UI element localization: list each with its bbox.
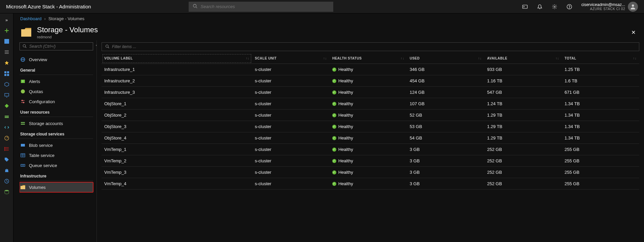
help-icon[interactable] [563, 0, 576, 13]
breadcrumb-root[interactable]: Dashboard [20, 16, 42, 21]
breadcrumb-current: Storage - Volumes [48, 16, 84, 21]
rail-all-resources-icon[interactable] [0, 47, 13, 57]
search-icon [23, 44, 27, 49]
nav-item-configuration[interactable]: Configuration [20, 96, 93, 107]
cell-available: 252 GB [484, 178, 562, 190]
rail-favorites-icon[interactable] [0, 58, 13, 68]
storage-icon [20, 121, 26, 126]
rail-monitor-icon[interactable] [0, 90, 13, 100]
cell-health: ✓Healthy [330, 132, 407, 144]
nav-search-input[interactable] [29, 44, 90, 49]
cell-scale: s-cluster [252, 64, 330, 75]
quotas-icon [20, 89, 26, 94]
cell-used: 52 GB [407, 110, 484, 121]
nav-item-quotas[interactable]: Quotas [20, 86, 93, 96]
table-row[interactable]: VmTemp_2s-cluster✓Healthy3 GB252 GB255 G… [102, 155, 639, 167]
rail-resource-groups-icon[interactable] [0, 69, 13, 79]
cell-available: 1.29 TB [484, 121, 562, 132]
svg-rect-16 [7, 71, 9, 73]
nav-item-label: Table service [29, 153, 54, 158]
notifications-icon[interactable] [533, 0, 546, 13]
nav-overview[interactable]: Overview [20, 54, 93, 65]
nav-item-alerts[interactable]: !Alerts [20, 76, 93, 86]
table-panel: VOLUME LABEL↑↓SCALE UNIT↑↓HEALTH STATUS↑… [97, 40, 644, 242]
cell-health: ✓Healthy [330, 155, 407, 167]
global-search-input[interactable] [201, 4, 329, 9]
sort-icon: ↑↓ [323, 56, 327, 60]
col-scale[interactable]: SCALE UNIT↑↓ [252, 53, 330, 64]
svg-point-32 [4, 150, 5, 151]
close-button[interactable]: ✕ [629, 28, 637, 36]
rail-network-icon[interactable] [0, 101, 13, 111]
table-icon [20, 153, 26, 158]
table-row[interactable]: Infrastructure_3s-cluster✓Healthy124 GB5… [102, 87, 639, 98]
nav-item-label: Configuration [29, 99, 55, 104]
rail-dashboard-icon[interactable] [0, 36, 13, 46]
table-row[interactable]: Infrastructure_2s-cluster✓Healthy454 GB1… [102, 75, 639, 87]
table-row[interactable]: VmTemp_3s-cluster✓Healthy3 GB252 GB255 G… [102, 167, 639, 178]
breadcrumb-chevron-icon: › [44, 16, 46, 21]
table-row[interactable]: ObjStore_2s-cluster✓Healthy52 GB1.29 TB1… [102, 110, 639, 121]
col-health[interactable]: HEALTH STATUS↑↓ [330, 53, 407, 64]
blade-nav: « Overview General!AlertsQuotasConfigura… [20, 40, 97, 242]
collapse-nav-icon[interactable]: « [96, 43, 97, 47]
svg-marker-14 [5, 61, 9, 65]
cell-used: 3 GB [407, 144, 484, 155]
nav-item-queue-service[interactable]: Queue service [20, 160, 93, 170]
cell-scale: s-cluster [252, 121, 330, 132]
col-used[interactable]: USED↑↓ [407, 53, 484, 64]
svg-rect-20 [5, 93, 9, 96]
cell-scale: s-cluster [252, 167, 330, 178]
health-ok-icon: ✓ [332, 125, 336, 129]
cell-total: 1.6 TB [562, 75, 639, 87]
cell-available: 1.29 TB [484, 132, 562, 144]
user-menu[interactable]: ciserviceadmin@msaz... AZURE STACK CI 02 [577, 2, 641, 12]
settings-icon[interactable] [548, 0, 561, 13]
search-icon [193, 4, 197, 9]
queue-icon [20, 163, 26, 168]
nav-item-label: Volumes [29, 185, 46, 190]
svg-rect-23 [5, 116, 9, 117]
rail-box-icon[interactable] [0, 79, 13, 89]
nav-item-table-service[interactable]: Table service [20, 150, 93, 160]
table-row[interactable]: ObjStore_1s-cluster✓Healthy107 GB1.24 TB… [102, 98, 639, 110]
svg-rect-53 [21, 144, 25, 147]
col-label[interactable]: VOLUME LABEL↑↓ [102, 53, 252, 64]
rail-expand-icon[interactable]: » [0, 15, 13, 25]
rail-code-icon[interactable] [0, 122, 13, 132]
table-row[interactable]: VmTemp_1s-cluster✓Healthy3 GB252 GB255 G… [102, 144, 639, 155]
cell-available: 252 GB [484, 144, 562, 155]
rail-db-icon[interactable] [0, 187, 13, 197]
table-row[interactable]: Infrastructure_1s-cluster✓Healthy346 GB9… [102, 64, 639, 75]
rail-create-icon[interactable] [0, 26, 13, 36]
global-search[interactable] [189, 2, 333, 12]
cell-total: 671 GB [562, 87, 639, 98]
table-row[interactable]: ObjStore_4s-cluster✓Healthy54 GB1.29 TB1… [102, 132, 639, 144]
nav-item-storage-accounts[interactable]: Storage accounts [20, 118, 93, 128]
col-total[interactable]: TOTAL↑↓ [562, 53, 639, 64]
col-header-label: TOTAL [565, 56, 576, 60]
nav-item-blob-service[interactable]: Blob service [20, 140, 93, 150]
cloud-shell-icon[interactable] [518, 0, 532, 13]
rail-clock-icon[interactable] [0, 176, 13, 186]
rail-shopping-icon[interactable] [0, 165, 13, 175]
volumes-table: VOLUME LABEL↑↓SCALE UNIT↑↓HEALTH STATUS↑… [102, 53, 639, 190]
nav-item-volumes[interactable]: Volumes [20, 182, 93, 192]
table-row[interactable]: ObjStore_3s-cluster✓Healthy53 GB1.29 TB1… [102, 121, 639, 132]
col-avail[interactable]: AVAILABLE↑↓ [484, 53, 562, 64]
health-ok-icon: ✓ [332, 170, 336, 174]
filter-box[interactable] [102, 42, 639, 51]
table-row[interactable]: VmTemp_4s-cluster✓Healthy3 GB252 GB255 G… [102, 178, 639, 190]
rail-list-icon[interactable] [0, 144, 13, 154]
nav-search[interactable] [20, 42, 93, 50]
cell-health: ✓Healthy [330, 64, 407, 75]
rail-gauge-icon[interactable] [0, 133, 13, 143]
rail-tag-icon[interactable] [0, 155, 13, 165]
col-header-label: AVAILABLE [487, 56, 507, 60]
cell-scale: s-cluster [252, 75, 330, 87]
svg-rect-2 [523, 5, 527, 8]
col-header-label: VOLUME LABEL [104, 56, 133, 60]
svg-marker-33 [5, 158, 9, 162]
filter-input[interactable] [112, 44, 636, 49]
rail-storage-icon[interactable] [0, 112, 13, 122]
